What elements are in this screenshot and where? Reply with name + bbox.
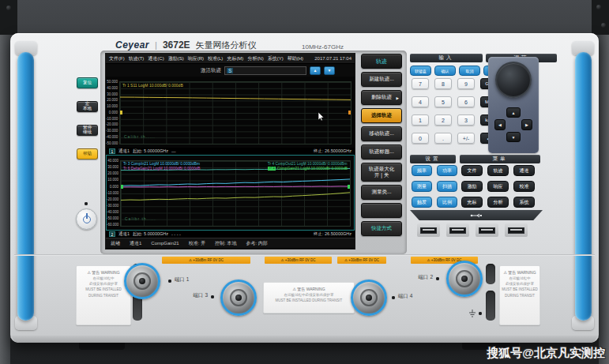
menu-item[interactable]: 激励(S) [168, 55, 184, 62]
port-4-label: 端口 4 [398, 293, 412, 300]
y-axis-tick: 20.000 [106, 99, 118, 103]
menu-item[interactable]: 通道(C) [148, 55, 164, 62]
power-button[interactable] [76, 208, 97, 230]
plot-area: Tr 1 S11 LogM 10.000dB/ 0.000dB Calibr t… [119, 81, 351, 144]
port-3-led [211, 295, 214, 298]
trace-S11 [120, 97, 351, 99]
keypad-key[interactable]: 2 [434, 114, 452, 126]
trace-CompIn21 [121, 179, 350, 186]
port-1-label: 端口 1 [175, 276, 189, 283]
softkey-new-trace[interactable]: 新建轨迹... [361, 72, 402, 87]
keypad-key[interactable]: 8 [434, 78, 452, 89]
active-trace-label: 激活轨迹 [201, 67, 221, 74]
channel-name: 通道1 [118, 148, 130, 154]
y-axis-tick: -60.000 [107, 223, 118, 227]
settings-key[interactable]: 扫描 [437, 181, 457, 192]
nav-left-button[interactable]: ◀ [494, 119, 506, 130]
usb-slot [420, 227, 437, 234]
menu-key[interactable]: 光标 [461, 197, 483, 208]
active-trace-value: S [227, 68, 233, 73]
menu-item[interactable]: 分析(N) [247, 55, 263, 62]
plot-area: Tr 3 CompIn21 LogM 10.0000dB/ 0.0000dBmT… [120, 160, 351, 227]
adjust-panel: ▲◀▶▼ [488, 57, 539, 153]
axis-marker [120, 111, 122, 114]
rack-screw [6, 6, 11, 10]
active-trace-input[interactable]: S [224, 66, 306, 75]
usb-port [446, 223, 469, 237]
axis-marker [348, 185, 350, 189]
softkey-measurement-class[interactable]: 测量类... [361, 185, 402, 200]
y-axis-tick: 40.000 [106, 87, 118, 91]
softkey-delete-trace[interactable]: 删除轨迹▶ [361, 90, 402, 105]
softkey-trace-maximize[interactable]: 轨迹最大化开 | 关 [361, 163, 402, 182]
menu-key[interactable]: 通道 [513, 165, 535, 176]
warning-line: MUST BE INSTALLED [78, 287, 129, 292]
softkey-label: 测量类... [372, 189, 392, 196]
keypad-key[interactable]: 0 [412, 133, 429, 144]
rf-damage-warning: ⚠ +30dBm RF 0V DC [337, 257, 386, 264]
keypad-key[interactable]: 7 [412, 78, 429, 89]
key-soft-keyboard[interactable]: 软键盘 [410, 66, 431, 76]
y-axis-tick: 20.000 [107, 172, 118, 176]
menu-key[interactable]: 校准 [513, 181, 535, 192]
rotary-knob[interactable] [495, 62, 532, 98]
menu-item[interactable]: 系统(Y) [268, 55, 284, 62]
product-name: 矢量网络分析仪 [196, 39, 257, 51]
ground-icon [468, 310, 476, 317]
settings-key[interactable]: 触发 [412, 197, 432, 208]
menu-item[interactable]: 文件(F) [109, 55, 125, 62]
softkey-label: 轨迹最大化 [369, 166, 395, 172]
channel-number: 1 [109, 148, 115, 154]
keypad-key[interactable]: 3 [457, 114, 475, 126]
menu-key[interactable]: 分析 [487, 197, 509, 208]
trace-down-button[interactable]: ▼ [324, 66, 335, 75]
softkey-trace-title[interactable]: 轨迹标题... [361, 144, 402, 159]
menu-item[interactable]: 光标(M) [227, 55, 243, 62]
frequency-range: 10MHz-67GHz [302, 43, 344, 51]
y-axis-tick: 50.000 [106, 81, 118, 84]
settings-key[interactable]: 测量 [412, 181, 432, 192]
keypad-key[interactable]: 5 [434, 96, 452, 107]
softkey-select-trace[interactable]: 选择轨迹 [361, 108, 402, 123]
softkey-shortcut[interactable]: 快捷方式 [361, 221, 402, 236]
key-cancel[interactable]: 取消 [459, 66, 480, 76]
trace-style: - - - - [171, 232, 181, 237]
menu-key[interactable]: 系统 [513, 197, 535, 208]
key-pause-continue[interactable]: 暂停 继续 [77, 125, 98, 136]
keypad-key[interactable]: 1 [412, 114, 429, 126]
menu-item[interactable]: 帮助(H) [288, 55, 303, 62]
menu-key[interactable]: 轨迹 [487, 165, 509, 176]
menu-key[interactable]: 激励 [461, 181, 483, 192]
menu-bar: 文件(F)轨迹(T)通道(C)激励(S)响应(R)校准(L)光标(M)分析(N)… [106, 54, 355, 64]
key-macro-local[interactable]: 宏 本地 [77, 101, 98, 112]
settings-key[interactable]: 比例 [437, 197, 457, 208]
nav-right-button[interactable]: ▶ [521, 119, 532, 130]
menu-item[interactable]: 响应(R) [188, 55, 204, 62]
key-confirm[interactable]: 确认 [434, 66, 456, 76]
nav-up-button[interactable]: ▲ [506, 107, 521, 118]
warning-icon: ⚠ [87, 270, 90, 275]
usb-slot [508, 227, 524, 234]
keypad-key[interactable]: +/- [457, 133, 475, 144]
rack-rail-left [0, 0, 10, 364]
key-help[interactable]: 帮助 [77, 148, 98, 159]
rf-port-2-connector [446, 261, 483, 297]
menu-item[interactable]: 校准(L) [208, 55, 223, 62]
trace-up-button[interactable]: ▲ [310, 66, 321, 75]
keypad-key[interactable]: 4 [412, 96, 429, 107]
settings-key[interactable]: 频率 [412, 165, 432, 176]
menu-key[interactable]: 文件 [461, 165, 483, 176]
keypad-key[interactable]: 6 [457, 96, 475, 107]
status-control: 控制: 本地 [215, 240, 236, 247]
settings-key[interactable]: 功率 [437, 165, 457, 176]
start-frequency: 起始: 5.00000GHz [133, 148, 168, 154]
softkey-label: 新建轨迹... [369, 76, 393, 83]
nav-down-button[interactable]: ▼ [506, 132, 521, 142]
key-preset[interactable]: 复位 [77, 77, 98, 88]
menu-key[interactable]: 响应 [487, 181, 509, 192]
keypad-key[interactable]: . [434, 133, 452, 144]
y-axis-tick: 10.000 [106, 105, 118, 109]
softkey-move-trace[interactable]: 移动轨迹... [361, 126, 402, 141]
keypad-key[interactable]: 9 [457, 78, 475, 89]
menu-item[interactable]: 轨迹(T) [129, 55, 145, 62]
